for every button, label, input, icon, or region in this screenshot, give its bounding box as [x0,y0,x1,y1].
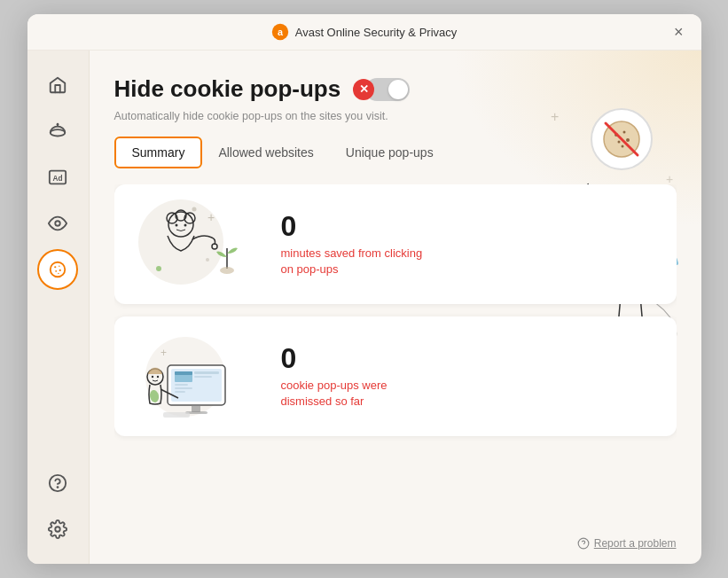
title-bar: a Avast Online Security & Privacy × [27,14,701,51]
svg-point-9 [54,266,56,268]
toggle-thumb [388,80,408,99]
page-header: Hide cookie pop-ups ✕ [114,75,677,103]
svg-point-7 [55,221,60,226]
sidebar-item-settings[interactable] [37,509,78,550]
tab-summary[interactable]: Summary [114,137,203,168]
tabs-container: Summary Allowed websites Unique pop-ups [114,137,677,168]
svg-rect-38 [194,376,212,378]
content-area: Hide cookie pop-ups ✕ Automatically hide… [90,51,701,564]
svg-rect-37 [194,371,219,374]
sidebar-item-home[interactable] [37,65,78,105]
footer: Report a problem [114,530,677,550]
svg-rect-42 [192,405,200,412]
title-bar-text: Avast Online Security & Privacy [295,26,458,39]
svg-point-4 [57,123,59,126]
svg-text:+: + [160,347,167,359]
sidebar: Ad [27,51,90,564]
dismissed-value: 0 [281,343,387,374]
sidebar-item-vpn[interactable] [37,111,78,152]
sidebar-item-help[interactable] [37,463,78,504]
svg-point-29 [175,224,177,227]
cards-container: + [114,184,677,530]
dismissed-card-text: 0 cookie pop-ups weredismissed so far [265,327,403,426]
close-button[interactable]: × [669,22,689,42]
svg-text:a: a [278,27,284,37]
svg-point-47 [156,376,158,378]
svg-point-54 [622,131,625,134]
svg-rect-48 [163,412,190,418]
dismissed-label: cookie pop-ups weredismissed so far [281,378,387,410]
tab-unique-popups[interactable]: Unique pop-ups [330,137,450,168]
minutes-saved-card: + [114,184,677,304]
tab-allowed-websites[interactable]: Allowed websites [202,137,329,168]
minutes-value: 0 [281,211,423,242]
adblock-icon: Ad [48,168,67,187]
main-layout: Ad [27,51,701,564]
cookie-icon [48,260,67,279]
svg-point-12 [59,269,61,271]
toggle-container: ✕ [353,78,410,101]
svg-text:+: + [207,210,215,224]
home-icon [48,75,67,95]
svg-rect-36 [175,371,192,375]
svg-point-20 [206,258,209,262]
svg-point-46 [151,376,153,378]
svg-point-19 [156,266,161,271]
person-plant-svg: + [114,184,265,304]
svg-point-10 [59,266,59,267]
report-icon [577,537,590,550]
sidebar-item-adblock[interactable]: Ad [37,157,78,198]
avast-logo: a [271,23,289,41]
minutes-card-text: 0 minutes saved from clickingon pop-ups [265,195,439,294]
svg-text:Ad: Ad [53,175,63,183]
help-icon [48,473,67,493]
vpn-icon [48,121,67,141]
svg-point-8 [51,262,66,277]
minutes-label: minutes saved from clickingon pop-ups [281,246,423,277]
dismissed-illustration: + [114,316,265,436]
minutes-illustration: + [114,184,265,304]
report-label: Report a problem [594,537,677,550]
svg-point-13 [58,273,59,274]
svg-point-28 [220,267,234,274]
sidebar-item-privacy[interactable] [37,203,78,244]
svg-point-30 [184,224,186,227]
person-computer-svg: + [114,316,265,436]
svg-point-18 [192,207,196,212]
svg-point-16 [55,527,60,532]
privacy-icon [48,214,67,233]
app-window: a Avast Online Security & Privacy × [27,14,701,564]
svg-rect-41 [175,391,185,393]
svg-point-11 [55,270,57,272]
svg-rect-40 [175,387,192,389]
page-title: Hide cookie pop-ups [114,75,341,103]
page-subtitle: Automatically hide cookie pop-ups on the… [114,110,677,122]
toggle-off-indicator: ✕ [353,79,374,100]
settings-icon [48,519,67,539]
sidebar-item-cookie[interactable] [37,249,78,290]
dismissed-card: + [114,316,677,436]
svg-rect-39 [175,384,188,386]
svg-point-2 [51,129,66,136]
report-problem-button[interactable]: Report a problem [577,537,677,550]
